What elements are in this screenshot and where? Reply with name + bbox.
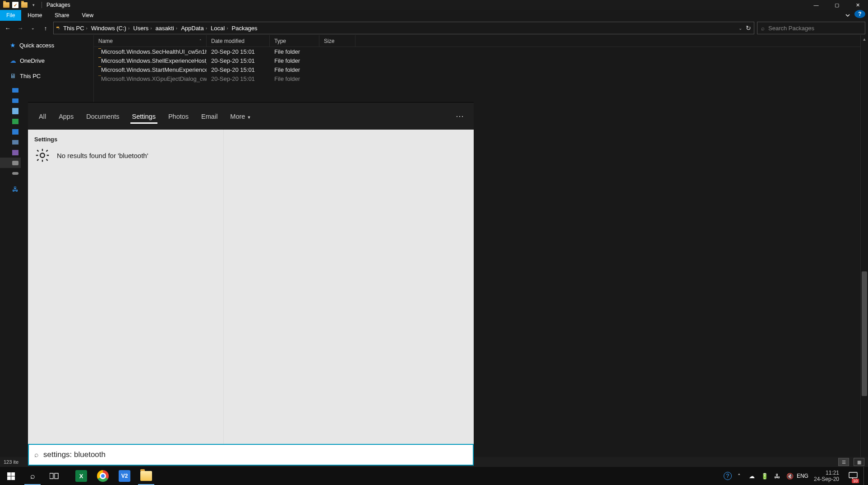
qat-folder-icon[interactable] [21, 1, 28, 9]
file-name: Microsoft.Windows.XGpuEjectDialog_cw... [101, 75, 207, 82]
subitem-network-icon[interactable]: 🖧 [0, 184, 21, 194]
tray-onedrive-icon[interactable]: ☁ [747, 467, 757, 485]
address-dropdown-icon[interactable]: ⌄ [739, 26, 742, 31]
tray-volume-muted-icon[interactable]: 🔇 [785, 467, 795, 485]
breadcrumb[interactable]: ›Local [206, 25, 225, 32]
svg-rect-2 [55, 473, 58, 479]
ribbon-tab-home[interactable]: Home [21, 10, 48, 21]
file-type: File folder [270, 57, 319, 64]
breadcrumb[interactable]: ›aasakti [150, 25, 174, 32]
search-tab-documents[interactable]: Documents [84, 105, 121, 127]
tray-language[interactable]: ENG [798, 467, 808, 485]
taskbar-app-excel[interactable]: X [70, 467, 92, 485]
view-large-icons-button[interactable]: ▦ [854, 458, 864, 466]
view-details-button[interactable]: ☰ [838, 458, 849, 466]
taskbar-app-chrome[interactable] [92, 467, 114, 485]
gear-icon [34, 147, 51, 163]
search-tab-settings[interactable]: Settings [130, 105, 157, 127]
explorer-search-input[interactable]: ⌕ Search Packages [757, 22, 865, 34]
tray-overflow-button[interactable]: ˄ [734, 467, 744, 485]
nav-this-pc[interactable]: 🖥This PC [0, 70, 93, 81]
subitem-icon[interactable] [0, 95, 21, 106]
tray-help-icon[interactable]: ? [724, 472, 732, 480]
breadcrumb-segment[interactable]: Users [133, 25, 148, 32]
breadcrumb-segment[interactable]: Packages [231, 25, 257, 32]
help-button[interactable]: ? [854, 10, 865, 18]
minimize-button[interactable]: — [806, 0, 826, 10]
column-size[interactable]: Size [319, 35, 356, 47]
table-row[interactable]: Microsoft.Windows.StartMenuExperience...… [94, 65, 868, 74]
nav-forward-button[interactable]: → [15, 23, 25, 33]
taskbar-search-button[interactable]: ⌕ [22, 467, 43, 485]
breadcrumb-segment[interactable]: aasakti [156, 25, 174, 32]
search-results-right-pane [224, 130, 474, 444]
search-tab-photos[interactable]: Photos [166, 105, 190, 127]
breadcrumb[interactable]: ›Users [128, 25, 148, 32]
window-titlebar: ✓ ▾ Packages — ▢ ✕ [0, 0, 868, 10]
search-input[interactable] [43, 450, 467, 459]
subitem-icon[interactable] [0, 85, 21, 95]
subitem-icon[interactable] [0, 147, 21, 158]
qat-check-icon[interactable]: ✓ [12, 1, 19, 9]
address-box[interactable]: ›This PC ›Windows (C:) ›Users ›aasakti ›… [53, 22, 754, 34]
nav-back-button[interactable]: ← [3, 23, 13, 33]
close-button[interactable]: ✕ [847, 0, 868, 10]
subitem-icon[interactable] [0, 106, 21, 116]
breadcrumb-segment[interactable]: This PC [63, 25, 84, 32]
breadcrumb[interactable]: ›This PC [58, 25, 84, 32]
task-view-button[interactable] [43, 467, 65, 485]
breadcrumb[interactable]: ›AppData [176, 25, 204, 32]
nav-up-button[interactable]: ↑ [41, 23, 51, 33]
tray-network-icon[interactable]: 🖧 [772, 467, 782, 485]
subitem-icon[interactable] [0, 168, 21, 178]
subitem-icon[interactable] [0, 116, 21, 126]
search-tab-email[interactable]: Email [199, 105, 219, 127]
column-date[interactable]: Date modified [207, 35, 270, 47]
column-type[interactable]: Type [270, 35, 319, 47]
taskbar-app-file-explorer[interactable] [135, 467, 157, 485]
vertical-scrollbar[interactable]: ▲ ▼ [860, 35, 868, 466]
nav-quick-access[interactable]: ★Quick access [0, 40, 93, 51]
breadcrumb[interactable]: ›Packages [226, 25, 257, 32]
nav-onedrive[interactable]: ☁OneDrive [0, 55, 93, 66]
breadcrumb-segment[interactable]: AppData [181, 25, 204, 32]
table-row[interactable]: Microsoft.Windows.SecHealthUI_cw5n1h... … [94, 47, 868, 56]
start-button[interactable] [0, 467, 22, 485]
chevron-down-icon: ▼ [247, 115, 251, 120]
pin-icon: ★ [10, 42, 16, 49]
refresh-button[interactable]: ↻ [746, 24, 751, 32]
sort-asc-icon: ˄ [199, 39, 202, 43]
subitem-icon[interactable] [0, 126, 21, 137]
nav-history-dropdown[interactable]: ⌄ [28, 23, 38, 33]
table-row[interactable]: Microsoft.Windows.XGpuEjectDialog_cw... … [94, 74, 868, 83]
breadcrumb[interactable]: ›Windows (C:) [86, 25, 126, 32]
ribbon-collapse-button[interactable] [841, 10, 854, 21]
ribbon-tab-file[interactable]: File [0, 10, 21, 21]
breadcrumb-segment[interactable]: Windows (C:) [91, 25, 126, 32]
subitem-icon[interactable] [0, 158, 21, 168]
search-more-options-button[interactable]: ⋯ [456, 111, 465, 121]
scroll-thumb[interactable] [862, 271, 867, 396]
show-desktop-button[interactable] [863, 467, 866, 485]
file-date: 20-Sep-20 15:01 [207, 75, 270, 82]
tray-clock[interactable]: 11:21 24-Sep-20 [810, 470, 843, 482]
search-tab-apps[interactable]: Apps [57, 105, 75, 127]
windows-search-panel: All Apps Documents Settings Photos Email… [28, 102, 474, 466]
tray-battery-icon[interactable]: 🔋 [760, 467, 770, 485]
search-tab-more[interactable]: More▼ [228, 105, 253, 127]
maximize-button[interactable]: ▢ [826, 0, 847, 10]
search-input-row[interactable]: ⌕ [28, 444, 474, 466]
ribbon-tab-share[interactable]: Share [48, 10, 75, 21]
search-tab-all[interactable]: All [37, 105, 48, 127]
breadcrumb-segment[interactable]: Local [211, 25, 225, 32]
column-name[interactable]: Name˄ [94, 35, 207, 47]
ribbon-tab-view[interactable]: View [75, 10, 100, 21]
notification-count-badge: 10 [852, 479, 859, 483]
table-row[interactable]: Microsoft.Windows.ShellExperienceHost_..… [94, 56, 868, 65]
column-headers: Name˄ Date modified Type Size [94, 35, 868, 47]
action-center-button[interactable]: 10 [845, 467, 861, 485]
scroll-up-arrow-icon[interactable]: ▲ [861, 35, 868, 43]
subitem-icon[interactable] [0, 137, 21, 147]
taskbar-app-vnc[interactable]: V2 [114, 467, 135, 485]
qat-dropdown-icon[interactable]: ▾ [30, 1, 37, 9]
